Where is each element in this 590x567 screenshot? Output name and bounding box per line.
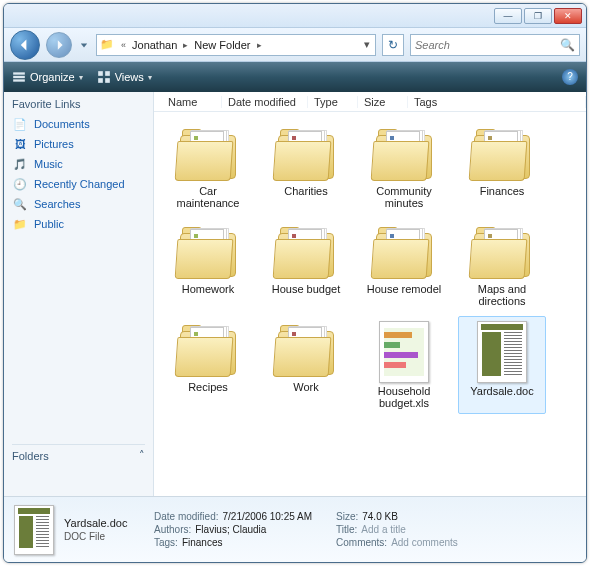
sidebar-item-pictures[interactable]: 🖼Pictures bbox=[12, 134, 145, 154]
chevron-up-icon: ˄ bbox=[139, 449, 145, 462]
svg-rect-5 bbox=[98, 78, 103, 83]
sidebar-item-label: Pictures bbox=[34, 138, 74, 150]
details-filename: Yardsale.doc bbox=[64, 517, 144, 529]
column-size[interactable]: Size bbox=[358, 96, 408, 108]
documents-icon: 📄 bbox=[12, 116, 28, 132]
search-input[interactable] bbox=[415, 39, 560, 51]
views-menu[interactable]: Views ▾ bbox=[97, 70, 152, 84]
file-label: Recipes bbox=[188, 381, 228, 393]
breadcrumb-jonathan[interactable]: Jonathan bbox=[130, 39, 179, 51]
meta-val-date: 7/21/2006 10:25 AM bbox=[222, 511, 312, 522]
folder-icon bbox=[370, 125, 438, 183]
searches-icon: 🔍 bbox=[12, 196, 28, 212]
details-filetype: DOC File bbox=[64, 531, 144, 542]
file-item[interactable]: Household budget.xls bbox=[360, 316, 448, 414]
views-icon bbox=[97, 70, 111, 84]
folder-icon bbox=[174, 321, 242, 379]
meta-key-title: Title: bbox=[336, 524, 357, 535]
file-item[interactable]: Yardsale.doc bbox=[458, 316, 546, 414]
chevron-down-icon bbox=[80, 41, 88, 49]
file-item[interactable]: Charities bbox=[262, 120, 350, 214]
file-item[interactable]: Work bbox=[262, 316, 350, 414]
folder-icon bbox=[272, 321, 340, 379]
file-item[interactable]: Car maintenance bbox=[164, 120, 252, 214]
forward-button[interactable] bbox=[46, 32, 72, 58]
svg-rect-3 bbox=[98, 71, 103, 76]
file-label: House remodel bbox=[367, 283, 442, 295]
file-grid[interactable]: Car maintenanceCharitiesCommunity minute… bbox=[154, 112, 586, 496]
file-item[interactable]: Finances bbox=[458, 120, 546, 214]
sidebar-item-music[interactable]: 🎵Music bbox=[12, 154, 145, 174]
file-item[interactable]: House remodel bbox=[360, 218, 448, 312]
chevron-right-icon[interactable]: ▸ bbox=[253, 40, 266, 50]
file-item[interactable]: House budget bbox=[262, 218, 350, 312]
svg-rect-4 bbox=[105, 71, 110, 76]
file-label: Car maintenance bbox=[167, 185, 249, 209]
sidebar-item-label: Public bbox=[34, 218, 64, 230]
svg-rect-6 bbox=[105, 78, 110, 83]
file-item[interactable]: Homework bbox=[164, 218, 252, 312]
arrow-left-icon bbox=[18, 38, 32, 52]
column-name[interactable]: Name bbox=[162, 96, 222, 108]
chevron-right-icon[interactable]: ▸ bbox=[179, 40, 192, 50]
folder-icon bbox=[370, 223, 438, 281]
file-label: Household budget.xls bbox=[363, 385, 445, 409]
chevron-down-icon: ▾ bbox=[79, 73, 83, 82]
meta-val-tags[interactable]: Finances bbox=[182, 537, 223, 548]
column-type[interactable]: Type bbox=[308, 96, 358, 108]
svg-rect-2 bbox=[13, 79, 25, 81]
file-label: Homework bbox=[182, 283, 235, 295]
folder-icon bbox=[468, 223, 536, 281]
address-dropdown[interactable]: ▾ bbox=[359, 38, 375, 51]
back-button[interactable] bbox=[10, 30, 40, 60]
minimize-button[interactable]: — bbox=[494, 8, 522, 24]
breadcrumb-overflow[interactable]: « bbox=[117, 40, 130, 50]
meta-key-tags: Tags: bbox=[154, 537, 178, 548]
column-date[interactable]: Date modified bbox=[222, 96, 308, 108]
refresh-button[interactable]: ↻ bbox=[382, 34, 404, 56]
sidebar-item-recently-changed[interactable]: 🕘Recently Changed bbox=[12, 174, 145, 194]
folder-icon: 📁 bbox=[97, 38, 117, 51]
file-item[interactable]: Maps and directions bbox=[458, 218, 546, 312]
nav-history-dropdown[interactable] bbox=[78, 36, 90, 54]
maximize-button[interactable]: ❐ bbox=[524, 8, 552, 24]
meta-val-size: 74.0 KB bbox=[362, 511, 398, 522]
meta-val-comments[interactable]: Add comments bbox=[391, 537, 458, 548]
recently-changed-icon: 🕘 bbox=[12, 176, 28, 192]
meta-val-title[interactable]: Add a title bbox=[361, 524, 405, 535]
organize-icon bbox=[12, 70, 26, 84]
folders-pane-header[interactable]: Folders ˄ bbox=[12, 444, 145, 462]
breadcrumb-new-folder[interactable]: New Folder bbox=[192, 39, 252, 51]
help-button[interactable]: ? bbox=[562, 69, 578, 85]
address-bar[interactable]: 📁 « Jonathan ▸ New Folder ▸ ▾ bbox=[96, 34, 376, 56]
file-label: Maps and directions bbox=[461, 283, 543, 307]
details-main: Yardsale.doc DOC File bbox=[64, 517, 144, 542]
chevron-down-icon: ▾ bbox=[148, 73, 152, 82]
meta-val-authors[interactable]: Flavius; Claudia bbox=[195, 524, 266, 535]
folder-icon bbox=[468, 125, 536, 183]
sidebar-item-label: Music bbox=[34, 158, 63, 170]
file-item[interactable]: Recipes bbox=[164, 316, 252, 414]
body-area: Favorite Links 📄Documents 🖼Pictures 🎵Mus… bbox=[4, 92, 586, 496]
column-tags[interactable]: Tags bbox=[408, 96, 586, 108]
titlebar: — ❐ ✕ bbox=[4, 4, 586, 28]
organize-menu[interactable]: Organize ▾ bbox=[12, 70, 83, 84]
column-headers: Name Date modified Type Size Tags bbox=[154, 92, 586, 112]
sidebar-item-public[interactable]: 📁Public bbox=[12, 214, 145, 234]
search-box[interactable]: 🔍 bbox=[410, 34, 580, 56]
views-label: Views bbox=[115, 71, 144, 83]
file-label: Finances bbox=[480, 185, 525, 197]
file-item[interactable]: Community minutes bbox=[360, 120, 448, 214]
navigation-row: 📁 « Jonathan ▸ New Folder ▸ ▾ ↻ 🔍 bbox=[4, 28, 586, 62]
pictures-icon: 🖼 bbox=[12, 136, 28, 152]
sidebar-item-documents[interactable]: 📄Documents bbox=[12, 114, 145, 134]
details-metadata: Date modified:7/21/2006 10:25 AM Size:74… bbox=[154, 511, 458, 548]
explorer-window: — ❐ ✕ 📁 « Jonathan ▸ New Folder ▸ ▾ ↻ 🔍 bbox=[3, 3, 587, 563]
close-button[interactable]: ✕ bbox=[554, 8, 582, 24]
public-icon: 📁 bbox=[12, 216, 28, 232]
sidebar-item-searches[interactable]: 🔍Searches bbox=[12, 194, 145, 214]
sidebar-item-label: Searches bbox=[34, 198, 80, 210]
music-icon: 🎵 bbox=[12, 156, 28, 172]
search-icon[interactable]: 🔍 bbox=[560, 38, 575, 52]
svg-rect-1 bbox=[13, 76, 25, 78]
